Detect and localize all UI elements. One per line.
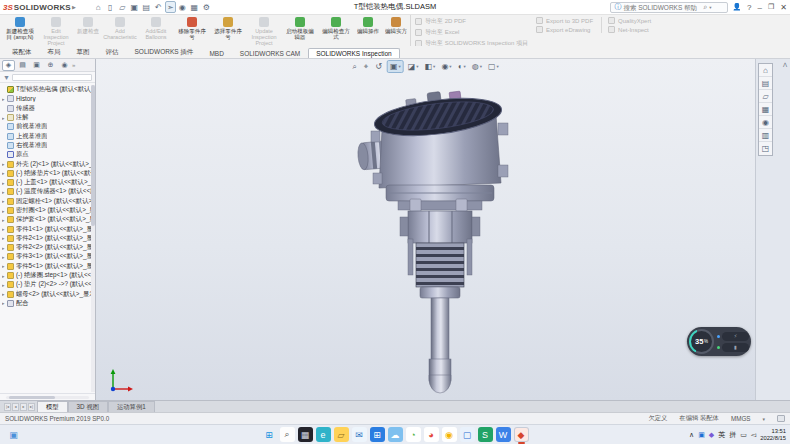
ribbon-button[interactable]: 启动模板编辑器 (282, 15, 318, 46)
panel-tab[interactable]: ⊕ (44, 60, 57, 71)
tree-item[interactable]: ▸ 保护套<1> (默认<<默认>_显示状 (2, 215, 95, 224)
graphics-viewport[interactable]: ⌕ ⌖ ↺ ▣▾ ◪▾ (96, 59, 755, 400)
tray-icon[interactable]: ▭ (740, 431, 747, 439)
ribbon-button[interactable]: 新建检查项目 (amp;N) (2, 15, 38, 46)
hud-button[interactable]: ⌕ (350, 61, 359, 73)
filter-funnel-icon[interactable]: ▼ (3, 74, 10, 81)
task-pane-tab[interactable]: ◉ (759, 116, 772, 129)
task-pane-tab[interactable]: ▦ (759, 103, 772, 116)
tree-item[interactable]: ▸ 零件3<1> (默认<<默认>_显示状态 (2, 252, 95, 261)
tree-item[interactable]: ▸ 固定螺栓<1> (默认<<默认>_显示 (2, 197, 95, 206)
tree-item[interactable]: ▸ 零件1<1> (默认<<默认>_显示状态 (2, 224, 95, 233)
taskbar-app-icon[interactable]: ⌕ (280, 427, 295, 442)
hud-button[interactable]: ◉▾ (439, 61, 453, 72)
tree-item[interactable]: 上视基准面 (2, 131, 95, 140)
mouse-battery-widget[interactable]: 35% ⚡ ▮ (687, 327, 751, 356)
help-button[interactable]: ? (747, 3, 751, 12)
ribbon-button[interactable]: Add/Edit Balloons (138, 15, 174, 46)
tree-item[interactable]: 右视基准面 (2, 141, 95, 150)
minimize-button[interactable]: – (758, 3, 762, 12)
hud-button[interactable]: ⌖ (362, 61, 372, 73)
close-button[interactable]: ✕ (780, 3, 787, 12)
menu-flyout-icon[interactable]: ▶ (72, 4, 76, 10)
command-tab[interactable]: SOLIDWORKS Inspection (308, 48, 400, 58)
taskbar-app-icon[interactable]: ⊞ (370, 427, 385, 442)
panel-tab[interactable]: ▣ (30, 60, 43, 71)
ribbon-button[interactable]: 新建检查 (74, 15, 102, 46)
tray-icon[interactable]: ▣ (698, 431, 705, 439)
thermocouple-model[interactable] (350, 89, 530, 399)
tray-icon[interactable]: 英 (718, 430, 725, 440)
taskbar-app-icon[interactable]: ✉ (352, 427, 367, 442)
hud-button[interactable]: ◍▾ (470, 61, 484, 72)
widget-power-button[interactable]: ▮ (722, 343, 749, 352)
tree-item[interactable]: ▸ (-) 绝缘垫片<1> (默认<<默认>_显 (2, 169, 95, 178)
panel-tab[interactable]: ◉ (58, 60, 71, 71)
ribbon-button[interactable]: Update Inspection Project (246, 15, 282, 46)
units-caret-icon[interactable]: ▾ (762, 416, 765, 422)
hud-button[interactable]: ◐▾ (456, 61, 468, 72)
tab-scroll-arrows[interactable]: |◂◂▸▸| (2, 401, 37, 412)
taskbar-app-icon[interactable]: ☁ (388, 427, 403, 442)
tree-horizontal-scrollbar[interactable] (0, 393, 95, 400)
view-tab[interactable]: 运动算例1 (108, 401, 155, 412)
ribbon-button[interactable]: Edit Inspection Project (38, 15, 74, 46)
tree-item[interactable]: 传感器 (2, 104, 95, 113)
tray-icon[interactable]: ◅ (751, 431, 756, 439)
command-tab[interactable]: 评估 (98, 46, 127, 58)
ribbon-button[interactable]: 移除零件序号 (174, 15, 210, 46)
tree-vertical-scrollbar[interactable] (91, 85, 95, 392)
taskbar-app-icon[interactable]: ◕ (424, 427, 439, 442)
restore-button[interactable]: ❐ (768, 3, 774, 11)
export-item[interactable]: 导出至 Excel (415, 28, 528, 37)
ribbon-button[interactable]: Add Characteristic (102, 15, 138, 46)
tree-item[interactable]: 原点 (2, 150, 95, 159)
login-icon[interactable]: 👤 (732, 3, 741, 11)
taskbar-app-icon[interactable]: ◔ (406, 427, 421, 442)
ribbon-button[interactable]: 编辑实方 (382, 15, 410, 46)
task-pane-tab[interactable]: ▱ (759, 90, 772, 103)
task-pane-tab[interactable]: ⌂ (759, 64, 772, 77)
panel-tab[interactable]: ◈ (2, 60, 15, 71)
command-tab[interactable]: 布局 (40, 46, 69, 58)
command-tab[interactable]: SOLIDWORKS CAM (232, 48, 308, 58)
ribbon-button[interactable]: 编辑检查方式 (318, 15, 354, 46)
tray-icon[interactable]: ◆ (709, 431, 714, 439)
taskbar-app-icon[interactable]: ◉ (442, 427, 457, 442)
taskbar-app-icon[interactable]: S (478, 427, 493, 442)
command-tab[interactable]: SOLIDWORKS 插件 (127, 46, 202, 58)
help-search-box[interactable]: ⓘ ⌕ ▾ (610, 2, 728, 13)
tray-icon[interactable]: ∧ (689, 431, 694, 439)
status-pane-icon[interactable] (777, 415, 785, 422)
tree-item[interactable]: ▸ 零件2<1> (默认<<默认>_显示状态 (2, 234, 95, 243)
command-tab[interactable]: 装配体 (4, 46, 40, 58)
tree-item[interactable]: ▸ (-) 温度传感器<1> (默认<<默认>_ (2, 187, 95, 196)
taskbar-app-icon[interactable]: W (496, 427, 511, 442)
tree-item[interactable]: ▸ 外壳 (2)<1> (默认<<默认>_显示状 (2, 159, 95, 168)
tree-item[interactable]: T型铠装热电偶 (默认<默认_显示状态-1 (2, 85, 95, 94)
ribbon-button[interactable]: 选择零件序号 (210, 15, 246, 46)
taskbar-app-icon[interactable]: ⊞ (262, 427, 277, 442)
hud-button[interactable]: ▢▾ (486, 61, 501, 72)
tree-item[interactable]: ▸ (-) 绝缘圈.step<1> (默认<<默认> (2, 271, 95, 280)
filter-input[interactable] (12, 74, 92, 81)
panel-tab[interactable]: ▤ (16, 60, 29, 71)
taskbar-app-icon[interactable]: ▦ (298, 427, 313, 442)
tree-item[interactable]: ▸ 密封圈<1> (默认<<默认>_显示状 (2, 206, 95, 215)
taskbar-app-icon[interactable]: ▱ (334, 427, 349, 442)
search-input[interactable] (623, 4, 701, 11)
export-item[interactable]: Net-Inspect (608, 26, 651, 33)
tree-item[interactable]: ▸ History (2, 94, 95, 103)
export-item[interactable]: QualityXpert (608, 17, 651, 24)
widgets-button[interactable]: ▣ (6, 427, 21, 442)
widget-dpi-button[interactable]: ⚡ (722, 332, 749, 341)
hud-button[interactable]: ▣▾ (387, 60, 404, 73)
tree-item[interactable]: ▸ 零件5<1> (默认<<默认>_显示状态 (2, 262, 95, 271)
tree-item[interactable]: ▸ 配合 (2, 299, 95, 308)
export-item[interactable]: Export eDrawing (536, 26, 593, 33)
tree-item[interactable]: ▸ 零件2<2> (默认<<默认>_显示状态 (2, 243, 95, 252)
ribbon-button[interactable]: 编辑操作 (354, 15, 382, 46)
tree-item[interactable]: 前视基准面 (2, 122, 95, 131)
search-caret-icon[interactable]: ▾ (709, 5, 711, 10)
task-pane-tab[interactable]: ◳ (759, 142, 772, 155)
